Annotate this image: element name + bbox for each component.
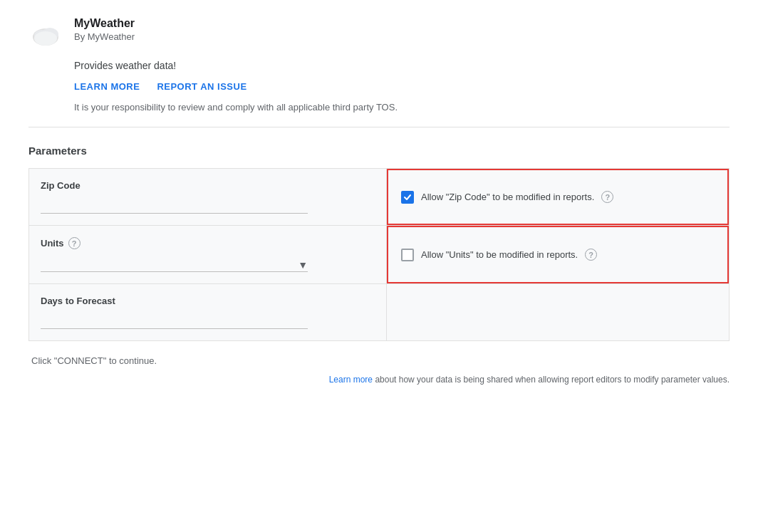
param-right-units: Allow "Units" to be modified in reports.… [387, 226, 729, 283]
app-info: MyWeather By MyWeather [74, 17, 135, 42]
zipcode-input[interactable] [41, 199, 308, 214]
units-dropdown-wrapper[interactable]: ▼ [41, 258, 308, 272]
param-label-days: Days to Forecast [41, 296, 375, 306]
param-right-zipcode: Allow "Zip Code" to be modified in repor… [387, 169, 729, 225]
param-label-zipcode: Zip Code [41, 180, 375, 191]
param-row-zipcode: Zip Code Allow "Zip Code" to be modified… [28, 168, 730, 226]
param-label-units: Units ? [41, 237, 375, 249]
parameters-title: Parameters [28, 145, 730, 157]
zipcode-checkbox[interactable] [401, 191, 414, 204]
app-icon [28, 17, 63, 51]
app-links: LEARN MORE REPORT AN ISSUE [74, 81, 730, 92]
param-row-days: Days to Forecast [28, 284, 730, 341]
learn-more-footer: Learn more about how your data is being … [31, 375, 730, 385]
footer-learn-more-link[interactable]: Learn more [329, 375, 373, 385]
svg-point-3 [34, 31, 57, 46]
app-author: By MyWeather [74, 31, 135, 42]
learn-more-link[interactable]: LEARN MORE [74, 81, 140, 92]
param-left-zipcode: Zip Code [29, 169, 387, 225]
zipcode-allow-help-icon[interactable]: ? [601, 191, 613, 203]
param-left-units: Units ? ▼ [29, 226, 387, 283]
units-allow-text: Allow "Units" to be modified in reports. [421, 249, 578, 260]
app-name: MyWeather [74, 17, 135, 30]
units-allow-wrapper: Allow "Units" to be modified in reports.… [401, 249, 597, 261]
parameters-section: Parameters Zip Code Allow "Zip Code" to … [28, 145, 730, 341]
footer-section: Click "CONNECT" to continue. Learn more … [28, 355, 730, 385]
click-connect-text: Click "CONNECT" to continue. [31, 355, 730, 366]
param-left-days: Days to Forecast [29, 284, 387, 340]
param-row-units: Units ? ▼ Allow "Units" to be modified i… [28, 226, 730, 284]
tos-text: It is your responsibility to review and … [74, 102, 730, 113]
app-header: MyWeather By MyWeather [28, 17, 730, 51]
units-help-icon[interactable]: ? [68, 237, 81, 249]
days-input[interactable] [41, 315, 308, 329]
section-divider [28, 127, 730, 127]
report-issue-link[interactable]: REPORT AN ISSUE [157, 81, 246, 92]
zipcode-allow-text: Allow "Zip Code" to be modified in repor… [421, 192, 594, 202]
units-checkbox[interactable] [401, 249, 414, 261]
footer-suffix-text: about how your data is being shared when… [373, 375, 730, 385]
units-allow-help-icon[interactable]: ? [585, 249, 597, 261]
app-description: Provides weather data! [74, 60, 730, 71]
zipcode-allow-wrapper: Allow "Zip Code" to be modified in repor… [401, 191, 613, 204]
